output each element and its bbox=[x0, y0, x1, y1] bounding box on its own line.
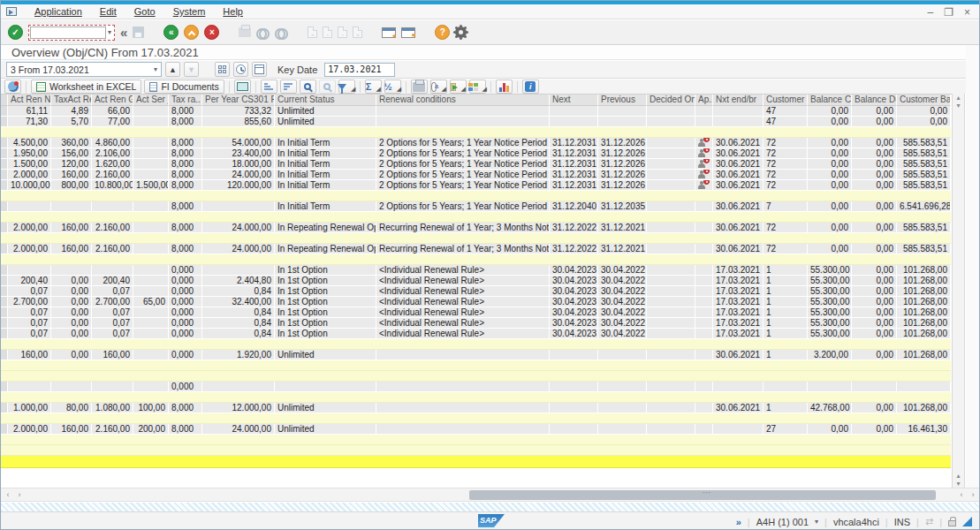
table-cell[interactable]: <Individual Renewal Rule> bbox=[376, 297, 550, 307]
table-cell[interactable]: 0,000 bbox=[169, 307, 202, 318]
table-cell[interactable]: 0,00 bbox=[852, 170, 897, 180]
row-selector[interactable] bbox=[1, 223, 8, 233]
table-cell[interactable] bbox=[695, 265, 713, 276]
table-cell[interactable] bbox=[695, 148, 713, 159]
table-cell[interactable]: 8,000 bbox=[169, 180, 202, 191]
table-cell[interactable]: 0,000 bbox=[169, 276, 202, 286]
table-cell[interactable]: 160,00 bbox=[8, 350, 51, 360]
table-cell[interactable]: 2.700,00 bbox=[8, 297, 51, 307]
table-cell[interactable] bbox=[695, 329, 713, 339]
table-cell[interactable]: 72 bbox=[763, 170, 808, 180]
menu-edit[interactable]: Edit bbox=[100, 6, 117, 17]
horizontal-scrollbar[interactable]: ‹ › ‹ › bbox=[1, 488, 980, 502]
table-cell[interactable]: 8,000 bbox=[169, 117, 202, 127]
table-row[interactable]: 61,114,8966,008,000733,32Unlimited470,00… bbox=[1, 106, 952, 117]
refresh-display-button[interactable] bbox=[234, 80, 251, 94]
table-cell[interactable]: 31.12.2022 bbox=[550, 244, 598, 254]
back-button[interactable]: « bbox=[163, 25, 179, 40]
table-cell[interactable]: Recurring Renewal of 1 Year; 3 Months No… bbox=[376, 223, 550, 233]
table-cell[interactable] bbox=[133, 286, 169, 297]
system-field[interactable]: A4H (1) 001 bbox=[756, 517, 809, 527]
table-cell[interactable]: 101.268,00 bbox=[897, 265, 951, 276]
table-cell[interactable]: 30.06.2021 bbox=[713, 148, 763, 159]
table-cell[interactable]: 30.06.2021 bbox=[713, 170, 763, 180]
row-selector[interactable] bbox=[1, 95, 8, 106]
exit-button[interactable] bbox=[184, 25, 199, 40]
table-cell[interactable]: 101.268,00 bbox=[897, 286, 951, 297]
table-cell[interactable]: 0,07 bbox=[92, 329, 133, 339]
table-cell[interactable]: In 1st Option bbox=[275, 318, 376, 329]
insert-mode-field[interactable]: INS bbox=[894, 517, 910, 527]
table-cell[interactable]: 77,00 bbox=[92, 117, 133, 127]
table-cell[interactable]: <Individual Renewal Rule> bbox=[376, 276, 550, 286]
table-cell[interactable]: 0,00 bbox=[852, 201, 897, 212]
table-cell[interactable] bbox=[647, 286, 695, 297]
table-cell[interactable] bbox=[133, 350, 169, 360]
table-cell[interactable]: 200,40 bbox=[92, 276, 133, 286]
row-selector[interactable] bbox=[1, 318, 8, 329]
table-cell[interactable]: 61,11 bbox=[8, 106, 51, 117]
row-selector[interactable] bbox=[1, 170, 8, 180]
table-cell[interactable]: 31.12.2031 bbox=[550, 170, 598, 180]
table-cell[interactable] bbox=[647, 403, 695, 413]
table-cell[interactable]: 17.03.2021 bbox=[713, 286, 763, 297]
scroll-right-icon-right[interactable]: › bbox=[968, 489, 978, 501]
table-cell[interactable]: 1.920,00 bbox=[202, 350, 275, 360]
table-cell[interactable] bbox=[133, 265, 169, 276]
table-cell[interactable] bbox=[647, 159, 695, 170]
table-cell[interactable]: 1 bbox=[763, 297, 808, 307]
table-cell[interactable]: 30.04.2022 bbox=[598, 297, 647, 307]
table-cell[interactable] bbox=[695, 170, 713, 180]
column-header[interactable]: Act Ren Gr bbox=[92, 95, 133, 106]
table-cell[interactable]: 0,00 bbox=[51, 307, 92, 318]
table-cell[interactable]: 31.12.2021 bbox=[598, 244, 647, 254]
column-header[interactable]: Balance Dun.1 bbox=[852, 95, 897, 106]
row-selector[interactable] bbox=[1, 286, 8, 297]
row-selector[interactable] bbox=[1, 148, 8, 159]
create-shortcut-icon[interactable]: ⚑ bbox=[401, 27, 415, 38]
fi-documents-button[interactable]: FI Documents bbox=[144, 80, 224, 94]
table-cell[interactable]: 31.12.2026 bbox=[598, 170, 647, 180]
table-cell[interactable]: 17.03.2021 bbox=[713, 307, 763, 318]
table-row[interactable]: 0,070,000,070,0000,84In 1st Option<Indiv… bbox=[1, 329, 952, 339]
table-cell[interactable]: 72 bbox=[763, 148, 808, 159]
table-cell[interactable]: 27 bbox=[763, 424, 808, 435]
table-cell[interactable] bbox=[376, 117, 550, 127]
table-cell[interactable]: 4.860,00 bbox=[92, 138, 133, 148]
table-cell[interactable]: 30.06.2021 bbox=[713, 244, 763, 254]
table-cell[interactable]: 18.000,00 bbox=[202, 159, 275, 170]
table-cell[interactable]: 0,000 bbox=[169, 265, 202, 276]
table-cell[interactable] bbox=[92, 265, 133, 276]
new-session-icon[interactable]: ★ bbox=[382, 27, 396, 38]
horizontal-scroll-thumb[interactable] bbox=[469, 490, 936, 500]
table-cell[interactable]: 101.268,00 bbox=[897, 297, 951, 307]
table-cell[interactable]: 10.000,00 bbox=[8, 180, 51, 191]
layout-settings-gear-icon[interactable] bbox=[455, 26, 467, 38]
worksheet-excel-button[interactable]: Worksheet in EXCEL bbox=[31, 80, 141, 94]
table-cell[interactable] bbox=[133, 329, 169, 339]
table-cell[interactable] bbox=[598, 117, 647, 127]
table-cell[interactable]: 8,000 bbox=[169, 403, 202, 413]
table-cell[interactable]: 16.461,30 bbox=[897, 424, 951, 435]
table-cell[interactable] bbox=[92, 382, 133, 392]
table-cell[interactable]: In 1st Option bbox=[275, 265, 376, 276]
table-cell[interactable]: 4,89 bbox=[51, 106, 92, 117]
table-cell[interactable]: 2 Options for 5 Years; 1 Year Notice Per… bbox=[376, 148, 550, 159]
table-cell[interactable]: 0,07 bbox=[8, 318, 51, 329]
table-cell[interactable] bbox=[647, 350, 695, 360]
table-cell[interactable]: 0,00 bbox=[51, 350, 92, 360]
table-cell[interactable]: 101.268,00 bbox=[897, 350, 951, 360]
table-cell[interactable]: 855,60 bbox=[202, 117, 275, 127]
table-cell[interactable]: 2.160,00 bbox=[92, 424, 133, 435]
table-cell[interactable]: 156,00 bbox=[51, 148, 92, 159]
table-cell[interactable]: 2 Options for 5 Years; 1 Year Notice Per… bbox=[376, 170, 550, 180]
table-cell[interactable]: 7 bbox=[763, 201, 808, 212]
table-cell[interactable]: 0,00 bbox=[852, 148, 897, 159]
table-cell[interactable]: 2.160,00 bbox=[92, 223, 133, 233]
table-cell[interactable]: 2.160,00 bbox=[92, 244, 133, 254]
table-cell[interactable]: 1 bbox=[763, 286, 808, 297]
table-cell[interactable] bbox=[647, 170, 695, 180]
table-cell[interactable]: 30.04.2023 bbox=[550, 297, 598, 307]
table-cell[interactable]: 0,07 bbox=[8, 307, 51, 318]
table-cell[interactable]: Unlimited bbox=[275, 350, 376, 360]
